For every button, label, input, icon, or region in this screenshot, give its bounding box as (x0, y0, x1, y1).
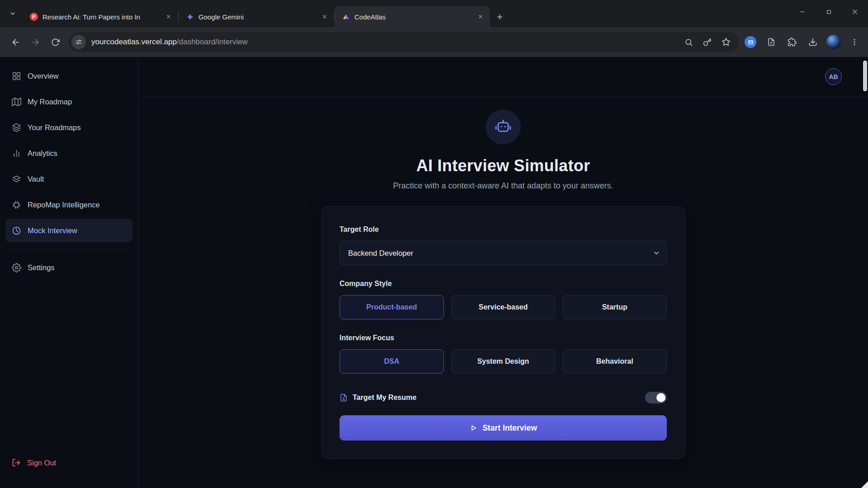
tab-close-icon[interactable] (475, 11, 486, 23)
layers-icon (12, 123, 21, 132)
interview-focus-label: Interview Focus (340, 334, 667, 342)
stack-icon (12, 174, 21, 184)
zoom-lens-icon[interactable] (684, 38, 693, 47)
option-system-design[interactable]: System Design (451, 349, 556, 374)
notes-extension-icon[interactable] (763, 34, 779, 50)
downloads-icon[interactable] (805, 34, 821, 50)
scrollbar-thumb[interactable] (863, 61, 867, 91)
sidebar-item-label: Vault (28, 175, 44, 183)
resume-toggle-switch[interactable] (645, 392, 667, 404)
sidebar-item-settings[interactable]: Settings (5, 256, 132, 279)
sidebar-item-your-roadmaps[interactable]: Your Roadmaps (5, 116, 132, 139)
logout-icon (12, 458, 21, 467)
window-close-button[interactable] (842, 0, 868, 23)
interview-focus-options: DSA System Design Behavioral (340, 349, 667, 374)
tab-title: Research Ai: Turn Papers into In (42, 13, 158, 21)
bar-chart-icon (12, 149, 21, 158)
page-subtitle: Practice with a context-aware AI that ad… (393, 181, 613, 191)
browser-menu-kebab-icon[interactable] (846, 34, 863, 50)
play-icon (469, 424, 477, 432)
sidebar-item-label: Mock Interview (28, 226, 77, 235)
profile-avatar[interactable] (826, 34, 842, 50)
option-dsa[interactable]: DSA (340, 349, 444, 374)
url-domain: yourcodeatlas.vercel.app (91, 38, 177, 46)
toggle-knob (656, 393, 665, 402)
chevron-down-icon (653, 249, 660, 257)
sidebar-item-vault[interactable]: Vault (5, 167, 132, 191)
mail-extension-icon[interactable] (742, 34, 759, 50)
target-role-value: Backend Developer (348, 249, 413, 258)
app-page: Overview My Roadmap Your Roadmaps Analyt… (0, 57, 868, 488)
back-button[interactable] (5, 32, 25, 52)
sidebar-item-my-roadmap[interactable]: My Roadmap (5, 90, 132, 113)
content-header: AB (138, 57, 868, 97)
sidebar-item-repomap-intelligence[interactable]: RepoMap Intelligence (5, 193, 132, 216)
sidebar-item-label: Overview (28, 72, 59, 80)
main-content: AB AI Interview Simulator Practice with … (138, 57, 868, 488)
address-bar[interactable]: yourcodeatlas.vercel.app/dashboard/inter… (69, 32, 739, 52)
scroll-corner-triangle (861, 481, 868, 488)
resume-toggle-row: Target My Resume (340, 392, 667, 404)
grid-icon (12, 71, 21, 81)
window-maximize-button[interactable] (816, 0, 842, 23)
extensions-puzzle-icon[interactable] (784, 34, 800, 50)
tab-close-icon[interactable] (163, 11, 175, 23)
gear-icon (12, 263, 21, 272)
user-avatar[interactable]: AB (825, 68, 842, 85)
bookmark-star-icon[interactable] (722, 38, 731, 47)
password-key-icon[interactable] (703, 38, 712, 47)
resume-toggle-label: Target My Resume (353, 394, 416, 402)
tab-codeatlas[interactable]: CodeAtlas (335, 6, 490, 27)
research-ai-favicon: P (30, 13, 38, 21)
tab-search-chevron-icon[interactable] (3, 0, 23, 27)
interview-config-card: Target Role Backend Developer Company St… (321, 206, 685, 459)
tab-title: CodeAtlas (354, 13, 470, 21)
tab-research-ai[interactable]: P Research Ai: Turn Papers into In (23, 6, 178, 27)
clock-icon (12, 226, 21, 235)
site-settings-icon[interactable] (71, 35, 86, 49)
company-style-label: Company Style (340, 280, 667, 288)
start-interview-label: Start Interview (482, 423, 537, 433)
target-role-label: Target Role (340, 225, 667, 234)
resume-doc-icon (340, 394, 348, 402)
omnibox-actions (684, 38, 731, 47)
option-product-based[interactable]: Product-based (340, 295, 444, 319)
start-interview-button[interactable]: Start Interview (340, 415, 667, 441)
page-scrollbar[interactable] (862, 57, 868, 488)
chip-icon (12, 200, 21, 210)
company-style-options: Product-based Service-based Startup (340, 295, 667, 319)
sidebar-item-analytics[interactable]: Analytics (5, 141, 132, 165)
option-service-based[interactable]: Service-based (451, 295, 556, 319)
gemini-favicon (186, 13, 194, 21)
reload-button[interactable] (45, 32, 65, 52)
sidebar-item-label: My Roadmap (28, 98, 72, 106)
extensions-cluster (742, 34, 863, 50)
sign-out-button[interactable]: Sign Out (5, 451, 132, 474)
sidebar-item-label: Your Roadmaps (28, 123, 81, 132)
tab-close-icon[interactable] (319, 11, 330, 23)
option-startup[interactable]: Startup (562, 295, 667, 319)
robot-badge (486, 109, 521, 145)
robot-icon (495, 118, 512, 136)
new-tab-button[interactable] (490, 6, 509, 27)
forward-button[interactable] (25, 32, 45, 52)
sign-out-label: Sign Out (27, 459, 56, 467)
tab-google-gemini[interactable]: Google Gemini (179, 6, 334, 27)
window-minimize-button[interactable] (789, 0, 816, 23)
sidebar-item-overview[interactable]: Overview (5, 64, 132, 88)
url-text[interactable]: yourcodeatlas.vercel.app/dashboard/inter… (91, 38, 248, 47)
map-icon (12, 97, 21, 107)
browser-toolbar: yourcodeatlas.vercel.app/dashboard/inter… (0, 27, 868, 57)
option-behavioral[interactable]: Behavioral (562, 349, 667, 374)
window-controls (789, 0, 868, 23)
browser-tab-strip: P Research Ai: Turn Papers into In Googl… (0, 0, 868, 27)
interview-simulator-section: AI Interview Simulator Practice with a c… (138, 97, 868, 488)
tab-title: Google Gemini (198, 13, 314, 21)
codeatlas-favicon (342, 13, 350, 21)
sidebar-item-label: Settings (28, 263, 55, 272)
target-role-select[interactable]: Backend Developer (340, 241, 667, 265)
sidebar-item-mock-interview[interactable]: Mock Interview (5, 219, 132, 242)
sidebar-divider (8, 249, 130, 249)
sidebar: Overview My Roadmap Your Roadmaps Analyt… (0, 57, 138, 488)
url-path: /dashboard/interview (177, 38, 248, 46)
